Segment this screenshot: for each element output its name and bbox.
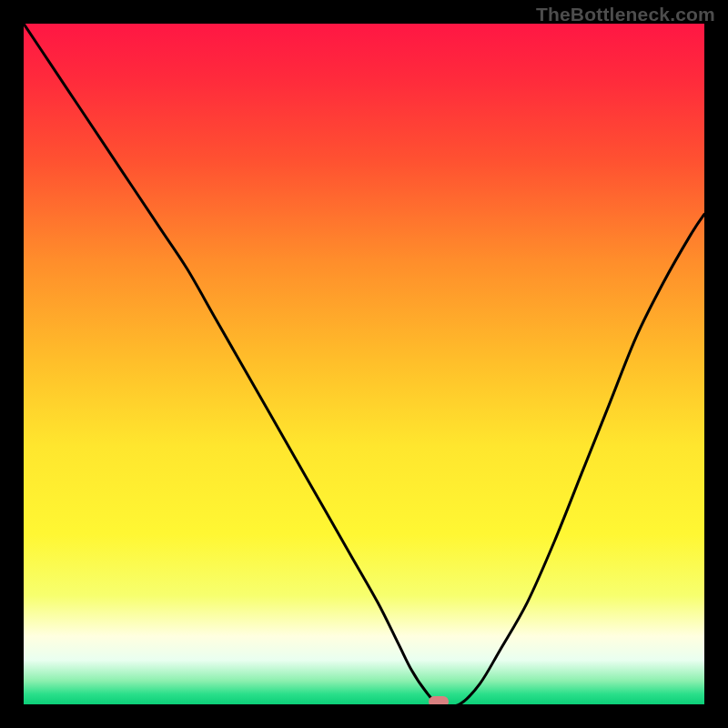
chart-svg xyxy=(24,24,704,704)
chart-plot-area xyxy=(24,24,704,704)
chart-background-gradient xyxy=(24,24,704,704)
chart-frame: TheBottleneck.com xyxy=(0,0,728,728)
optimal-point-marker xyxy=(429,696,449,704)
watermark-text: TheBottleneck.com xyxy=(536,4,715,25)
